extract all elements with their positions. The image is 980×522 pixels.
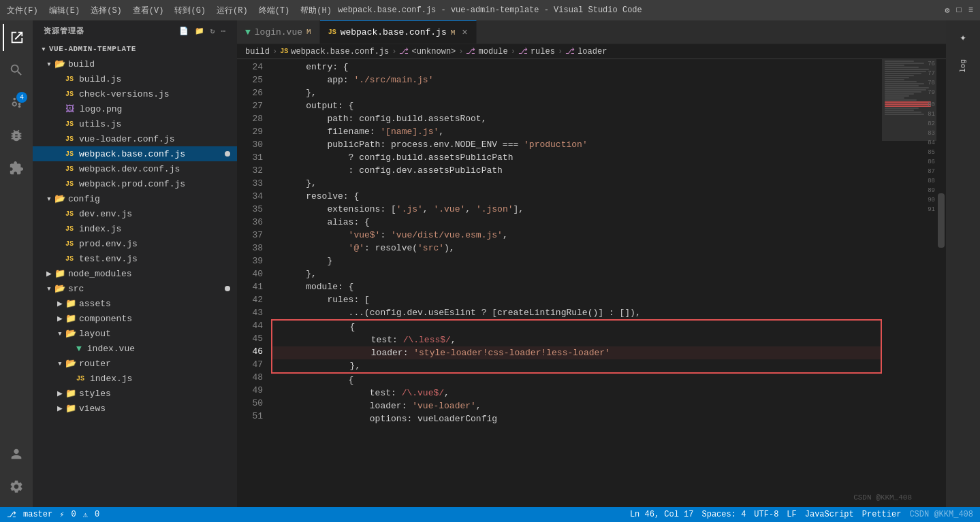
folder-icon: 📂 <box>65 358 76 369</box>
branch-name[interactable]: master <box>23 510 52 519</box>
encoding[interactable]: UTF-8 <box>754 510 778 519</box>
file-label: index.js <box>90 374 132 384</box>
formatter[interactable]: Prettier <box>862 510 902 519</box>
code-line-35: extensions: ['.js', '.vue', '.json'], <box>271 203 882 216</box>
indentation[interactable]: Spaces: 4 <box>702 510 746 519</box>
sidebar-item-utils[interactable]: JS utils.js <box>33 116 237 131</box>
code-line-29: filename: '[name].js', <box>271 125 882 138</box>
menu-terminal[interactable]: 终端(T) <box>259 5 290 16</box>
file-label: prod.env.js <box>79 239 138 249</box>
settings-icon[interactable]: ⚙ <box>945 5 949 16</box>
file-label: test.env.js <box>79 254 138 264</box>
cursor-position[interactable]: Ln 46, Col 17 <box>630 510 694 519</box>
sidebar-item-webpack-base[interactable]: JS webpack.base.conf.js <box>33 146 237 161</box>
activity-debug[interactable] <box>3 122 30 149</box>
sidebar-item-webpack-dev[interactable]: JS webpack.dev.conf.js <box>33 161 237 176</box>
error-count[interactable]: 0 <box>71 510 76 519</box>
sidebar-item-router[interactable]: ▾ 📂 router <box>33 356 237 371</box>
tab-login-vue[interactable]: ▼ login.vue M <box>237 20 320 44</box>
file-label: check-versions.js <box>79 89 170 99</box>
close-tab-icon[interactable]: × <box>462 27 467 38</box>
activity-settings[interactable] <box>3 473 30 500</box>
activity-account[interactable] <box>3 440 30 468</box>
folder-label: src <box>68 284 84 294</box>
menu-bar[interactable]: 文件(F) 编辑(E) 选择(S) 查看(V) 转到(G) 运行(R) 终端(T… <box>7 5 332 16</box>
sidebar-item-assets[interactable]: ▶ 📁 assets <box>33 296 237 311</box>
window-title: webpack.base.conf.js - vue-admin-templat… <box>338 5 642 15</box>
window-controls[interactable]: ⚙ □ ≡ <box>945 5 973 16</box>
activity-explorer[interactable] <box>3 24 30 51</box>
sidebar-item-index-js[interactable]: JS index.js <box>33 221 237 236</box>
code-line-26: }, <box>271 86 882 99</box>
sidebar-item-node-modules[interactable]: ▶ 📁 node_modules <box>33 266 237 281</box>
sidebar-item-prod-env[interactable]: JS prod.env.js <box>33 236 237 251</box>
sidebar-item-components[interactable]: ▶ 📁 components <box>33 311 237 326</box>
refresh-icon[interactable]: ↻ <box>210 27 216 35</box>
sidebar-item-vue-loader-conf[interactable]: JS vue-loader.conf.js <box>33 131 237 146</box>
sidebar-item-src[interactable]: ▾ 📂 src <box>33 281 237 296</box>
sidebar-item-layout-index[interactable]: ▼ index.vue <box>33 341 237 356</box>
chevron-right-icon: ▶ <box>54 403 65 414</box>
right-panel-label: log <box>959 59 967 73</box>
folder-label: assets <box>79 299 111 309</box>
sidebar-item-build[interactable]: ▾ 📂 build <box>33 56 237 71</box>
chevron-down-icon: ▾ <box>38 44 49 54</box>
menu-run[interactable]: 运行(R) <box>217 5 248 16</box>
sidebar-item-test-env[interactable]: JS test.env.js <box>33 251 237 266</box>
activity-source-control[interactable]: 4 <box>3 89 30 116</box>
breadcrumb-loader[interactable]: loader <box>578 47 607 56</box>
module-icon: ⎇ <box>466 46 475 56</box>
maximize-icon[interactable]: □ <box>957 5 962 16</box>
sidebar-item-router-index[interactable]: JS index.js <box>33 371 237 386</box>
scrollbar-thumb[interactable] <box>938 193 945 248</box>
menu-edit[interactable]: 编辑(E) <box>49 5 80 16</box>
breadcrumb-unknown[interactable]: <unknown> <box>411 47 456 56</box>
sidebar-item-styles[interactable]: ▶ 📁 styles <box>33 386 237 401</box>
sidebar-item-layout[interactable]: ▾ 📂 layout <box>33 326 237 341</box>
menu-file[interactable]: 文件(F) <box>7 5 38 16</box>
folder-icon: 📁 <box>54 268 65 279</box>
chevron-right-icon: ▶ <box>54 388 65 399</box>
breadcrumb-module[interactable]: module <box>478 47 507 56</box>
breadcrumb-file[interactable]: webpack.base.conf.js <box>291 47 389 56</box>
code-line-38: '@': resolve('src'), <box>271 242 882 255</box>
sidebar-item-check-versions[interactable]: JS check-versions.js <box>33 86 237 101</box>
folder-label: styles <box>79 389 111 399</box>
chevron-right-icon: ▶ <box>54 313 65 324</box>
tab-webpack-base[interactable]: JS webpack.base.conf.js M × <box>320 20 477 44</box>
menu-select[interactable]: 选择(S) <box>91 5 122 16</box>
activity-search[interactable] <box>3 56 30 84</box>
menu-goto[interactable]: 转到(G) <box>174 5 206 16</box>
sidebar-item-logo[interactable]: 🖼 logo.png <box>33 101 237 116</box>
sidebar-item-views[interactable]: ▶ 📁 views <box>33 401 237 416</box>
collapse-all-icon[interactable]: ⋯ <box>221 27 226 35</box>
sidebar-header-icons[interactable]: 📄 📁 ↻ ⋯ <box>179 27 226 35</box>
language-mode[interactable]: JavaScript <box>805 510 854 519</box>
code-line-51: options: vueLoaderConfig <box>271 412 882 425</box>
breadcrumb-build[interactable]: build <box>245 47 270 56</box>
new-file-icon[interactable]: 📄 <box>179 27 189 35</box>
code-area[interactable]: entry: { app: './src/main.js' }, output:… <box>271 59 882 507</box>
line-ending[interactable]: LF <box>787 510 796 519</box>
vertical-scrollbar[interactable] <box>936 59 946 507</box>
tree-root[interactable]: ▾ VUE-ADMIN-TEMPLATE <box>33 42 237 56</box>
new-folder-icon[interactable]: 📁 <box>195 27 205 35</box>
warning-count[interactable]: 0 <box>95 510 99 519</box>
more-icon[interactable]: ≡ <box>968 5 973 16</box>
file-label: webpack.prod.conf.js <box>79 179 185 189</box>
file-label: index.vue <box>87 344 135 354</box>
js-icon: JS <box>65 76 74 83</box>
sidebar-item-dev-env[interactable]: JS dev.env.js <box>33 206 237 221</box>
code-line-37: 'vue$': 'vue/dist/vue.esm.js', <box>271 229 882 242</box>
sidebar-item-config[interactable]: ▾ 📂 config <box>33 191 237 206</box>
breadcrumb-rules[interactable]: rules <box>531 47 555 56</box>
menu-view[interactable]: 查看(V) <box>133 5 164 16</box>
sidebar-item-build-js[interactable]: JS build.js <box>33 71 237 86</box>
code-line-43: ...(config.dev.useEslint ? [createLintin… <box>271 306 882 319</box>
sidebar-item-webpack-prod[interactable]: JS webpack.prod.conf.js <box>33 176 237 191</box>
activity-bar-bottom <box>3 440 30 507</box>
activity-extensions[interactable] <box>3 154 30 182</box>
source-control-badge: 4 <box>16 92 27 103</box>
remote-icon[interactable]: ✦ <box>949 24 977 51</box>
menu-help[interactable]: 帮助(H) <box>300 5 332 16</box>
